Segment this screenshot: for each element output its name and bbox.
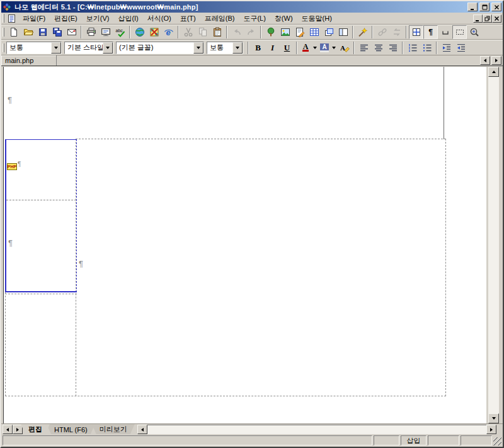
menu-edit[interactable]: 편집(E) <box>50 13 82 25</box>
table-icon <box>309 27 319 37</box>
menu-insert[interactable]: 삽입(I) <box>113 13 142 25</box>
bullet-list-button[interactable] <box>420 41 434 55</box>
ie-letter-text: e <box>166 28 170 37</box>
spell-check-button[interactable]: abc <box>113 25 127 39</box>
clear-format-button[interactable]: A <box>337 41 352 55</box>
chevron-down-icon <box>197 47 200 49</box>
menu-frame[interactable]: 프레임(B) <box>200 13 239 25</box>
font-size-dropdown-button[interactable] <box>232 42 243 54</box>
document-tab-main-php[interactable]: main.php <box>1 55 57 66</box>
bold-button[interactable]: B <box>251 41 265 55</box>
font-color-button[interactable]: A <box>299 41 312 55</box>
editing-canvas[interactable]: ¶ PHP ¶ ¶ ¶ <box>3 67 486 423</box>
save-all-button[interactable] <box>50 25 64 39</box>
font-dropdown-button[interactable] <box>193 42 203 54</box>
open-button[interactable] <box>21 25 35 39</box>
tree-icon <box>266 27 276 37</box>
insert-table-button[interactable] <box>307 25 321 39</box>
menu-table[interactable]: 표(T) <box>176 13 200 25</box>
tab-scroll-right-button[interactable] <box>491 56 501 65</box>
align-right-button[interactable] <box>386 41 400 55</box>
align-center-button[interactable] <box>371 41 386 55</box>
minimize-button[interactable] <box>467 3 478 11</box>
menu-tools[interactable]: 도구(L) <box>239 13 270 25</box>
tab-preview-view[interactable]: 미리보기 <box>92 424 135 434</box>
menu-file[interactable]: 파일(F) <box>18 13 50 25</box>
selected-cell-box[interactable]: PHP ¶ ¶ <box>5 139 77 292</box>
view-tab-scroll-right-button[interactable] <box>13 425 23 434</box>
resize-grip[interactable] <box>493 437 501 445</box>
chevron-down-icon <box>313 47 317 49</box>
horizontal-scrollbar-track[interactable] <box>147 425 486 434</box>
mdi-restore-button[interactable] <box>483 14 492 23</box>
send-mail-button[interactable] <box>64 25 79 39</box>
mdi-close-button[interactable] <box>492 14 501 23</box>
highlight-color-dropdown-button[interactable] <box>331 41 337 55</box>
menu-format[interactable]: 서식(O) <box>143 13 176 25</box>
underline-button[interactable]: U <box>280 41 294 55</box>
save-button[interactable] <box>35 25 50 39</box>
italic-button[interactable]: I <box>265 41 280 55</box>
hscroll-right-button[interactable] <box>486 425 496 434</box>
font-size-combo[interactable]: 보통 <box>207 42 243 54</box>
style-dropdown-button[interactable] <box>103 42 113 54</box>
scroll-up-button[interactable] <box>488 67 499 77</box>
indent-button[interactable] <box>454 41 468 55</box>
publish-button[interactable] <box>132 25 147 39</box>
scroll-down-button[interactable] <box>488 413 499 423</box>
toolbar-separator <box>406 26 407 38</box>
refresh-button <box>389 25 404 39</box>
table-right-border <box>445 139 446 396</box>
maximize-button[interactable] <box>479 3 490 11</box>
toolbar-separator <box>129 26 130 38</box>
toggle-guides-button[interactable] <box>452 25 467 39</box>
mdi-minimize-button[interactable] <box>473 14 483 23</box>
save-all-icon <box>52 27 62 37</box>
wizard-button[interactable] <box>355 25 370 39</box>
menu-window[interactable]: 창(W) <box>270 13 297 25</box>
style-combo[interactable]: 기본 스타일 <box>64 42 113 54</box>
paragraph-style-combo[interactable]: 보통 <box>6 42 62 54</box>
zoom-button[interactable] <box>467 25 481 39</box>
menu-help[interactable]: 도움말(H) <box>297 13 336 25</box>
menubar-grip[interactable] <box>3 14 4 23</box>
menu-view[interactable]: 보기(V) <box>82 13 114 25</box>
toolbar1-grip[interactable] <box>3 28 4 37</box>
new-document-button[interactable] <box>6 25 21 39</box>
paragraph-style-dropdown-button[interactable] <box>51 42 61 54</box>
toggle-table-borders-button[interactable] <box>409 25 423 39</box>
mdi-minimize-icon <box>475 16 481 21</box>
print-button[interactable] <box>84 25 98 39</box>
layer-button[interactable] <box>321 25 336 39</box>
browser-preview-button[interactable]: e <box>161 25 176 39</box>
mdi-close-icon <box>494 16 500 21</box>
numbered-list-button[interactable] <box>405 41 420 55</box>
tab-edit-view[interactable]: 편집 <box>21 424 50 434</box>
highlight-color-button[interactable]: A <box>318 41 331 55</box>
toolbar2-grip[interactable] <box>3 43 4 52</box>
align-left-button[interactable] <box>357 41 371 55</box>
php-script-badge[interactable]: PHP <box>7 163 17 170</box>
tab-html-view[interactable]: HTML (F6) <box>47 424 95 434</box>
view-tab-scroll-left-button[interactable] <box>3 425 13 434</box>
clipart-button[interactable] <box>263 25 278 39</box>
vertical-scrollbar[interactable] <box>488 67 499 423</box>
document-menu-icon[interactable] <box>8 14 17 23</box>
site-manager-button[interactable] <box>147 25 161 39</box>
hscroll-left-button[interactable] <box>137 425 147 434</box>
frameset-button[interactable] <box>336 25 350 39</box>
font-combo[interactable]: (기본 글꼴) <box>116 42 204 54</box>
status-bar: 삽입 <box>1 434 503 447</box>
font-color-dropdown-button[interactable] <box>312 41 318 55</box>
toggle-paragraph-marks-button[interactable]: ¶ <box>423 25 438 39</box>
insert-image-button[interactable] <box>278 25 292 39</box>
paste-button[interactable] <box>210 25 224 39</box>
outdent-button[interactable] <box>439 41 454 55</box>
memo-button[interactable] <box>292 25 307 39</box>
site-manager-icon <box>149 27 159 37</box>
print-preview-button[interactable] <box>98 25 113 39</box>
tab-scroll-left-button[interactable] <box>480 56 490 65</box>
close-button[interactable] <box>491 3 501 11</box>
toggle-space-marks-button[interactable] <box>438 25 452 39</box>
internet-explorer-icon: e <box>164 27 174 37</box>
